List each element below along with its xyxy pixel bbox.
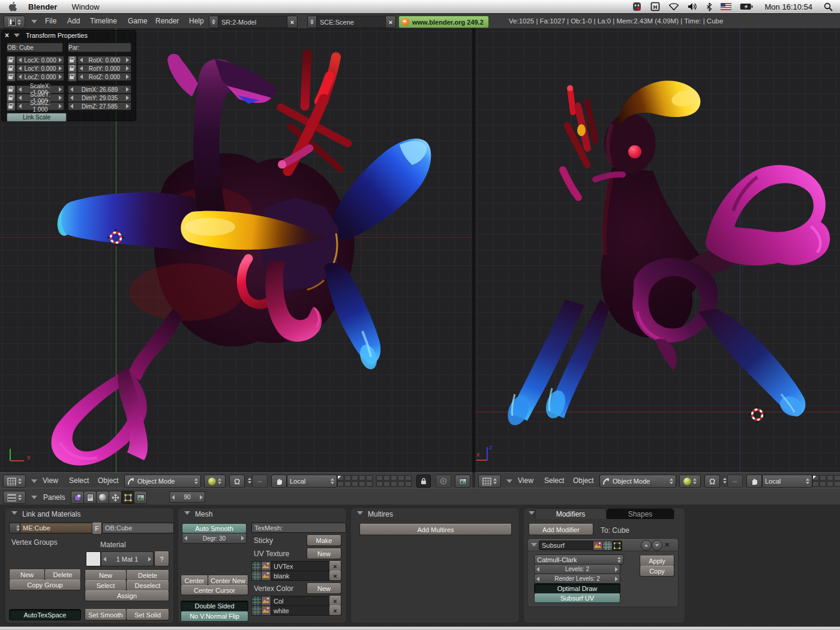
center-button[interactable]: Center — [181, 575, 208, 586]
vcol-delete-icon[interactable]: × — [329, 596, 341, 606]
material-new-button[interactable]: New — [85, 570, 127, 581]
set-smooth-button[interactable]: Set Smooth — [85, 609, 127, 620]
material-select-button[interactable]: Select — [85, 580, 127, 591]
menu-select[interactable]: Select — [544, 476, 564, 485]
collapse-menus-icon[interactable] — [31, 479, 37, 483]
menu-help[interactable]: Help — [189, 17, 204, 25]
add-modifier-button[interactable]: Add Modifier — [529, 524, 593, 535]
vcol-new-button[interactable]: New — [307, 583, 341, 594]
lock-roty-button[interactable] — [68, 64, 77, 73]
manipulator-rotate-button[interactable]: Ω — [704, 475, 720, 488]
texmesh-field[interactable]: TexMesh: — [251, 523, 346, 533]
center-cursor-button[interactable]: Center Cursor — [181, 585, 248, 595]
link-scale-button[interactable]: Link Scale — [7, 113, 67, 122]
proportional-edit-button[interactable] — [436, 475, 451, 488]
uv-delete-icon[interactable]: × — [329, 571, 341, 581]
manipulator-rotate-button[interactable]: Ω — [229, 475, 245, 488]
mode-dropdown[interactable]: Object Mode — [124, 475, 201, 488]
mesh-name-field[interactable]: ME:Cube — [20, 523, 97, 533]
menu-game[interactable]: Game — [128, 17, 148, 25]
mac-window-menu[interactable]: Window — [64, 2, 106, 11]
vcol-delete-icon[interactable]: × — [329, 605, 341, 616]
menu-render[interactable]: Render — [155, 17, 179, 25]
app-status-icon[interactable] — [632, 2, 642, 11]
render-levels-field[interactable]: Render Levels: 2 — [534, 574, 620, 584]
collapse-menus-icon[interactable] — [506, 479, 512, 483]
uv-delete-icon[interactable]: × — [329, 561, 341, 571]
scene-browse-icon[interactable] — [308, 16, 317, 28]
panel-collapse-icon[interactable] — [357, 511, 363, 515]
lock-scalez-button[interactable] — [7, 102, 16, 111]
rotz-field[interactable]: RotZ: 0.000 — [77, 73, 131, 81]
stepper-right-icon[interactable] — [200, 495, 203, 500]
window-bottom-edge[interactable] — [0, 626, 840, 630]
menu-add[interactable]: Add — [67, 17, 80, 25]
menubar-clock[interactable]: Mon 16:10:54 — [757, 2, 820, 11]
menu-view[interactable]: View — [518, 476, 533, 485]
mac-app-menu[interactable]: Blender — [21, 2, 64, 11]
copy-modifier-button[interactable]: Copy — [640, 566, 674, 577]
double-sided-toggle[interactable]: Double Sided — [181, 601, 248, 611]
volume-icon[interactable] — [688, 2, 698, 11]
menu-view[interactable]: View — [43, 476, 58, 485]
menu-timeline[interactable]: Timeline — [90, 17, 117, 25]
locx-field[interactable]: LocX: 0.000 — [16, 56, 64, 64]
vcol-active-render-icon[interactable] — [251, 596, 262, 606]
uv2-render-icon[interactable] — [251, 571, 262, 581]
dimy-field[interactable]: DimY: 29.035 — [68, 94, 131, 102]
editor-type-button[interactable] — [3, 491, 26, 504]
center-new-button[interactable]: Center New — [208, 575, 248, 586]
modifier-delete-icon[interactable]: × — [665, 540, 670, 549]
editor-type-button[interactable] — [3, 475, 26, 488]
bluetooth-icon[interactable] — [706, 2, 712, 11]
screen-browse-icon[interactable] — [209, 16, 218, 28]
panel-collapse-icon[interactable] — [529, 511, 535, 515]
modifier-collapse-icon[interactable] — [531, 543, 537, 547]
collapse-menus-icon[interactable] — [31, 496, 37, 499]
input-language-flag-icon[interactable] — [721, 3, 731, 10]
uv-active-render-icon[interactable] — [251, 561, 262, 571]
panel-collapse-icon[interactable] — [11, 511, 17, 515]
spinner-up-icon[interactable] — [17, 19, 21, 22]
manipulator-hand-button[interactable] — [271, 475, 287, 488]
modifier-editmode-icon[interactable] — [612, 541, 622, 551]
context-script-button[interactable] — [83, 491, 97, 504]
vcol-layer-name[interactable]: Col — [271, 596, 334, 606]
input-menu-icon[interactable]: H — [650, 2, 660, 11]
menu-file[interactable]: File — [45, 17, 56, 25]
layer-buttons-group2[interactable] — [376, 475, 412, 487]
manipulator-translate-button[interactable]: ⇔ — [252, 475, 268, 488]
rotx-field[interactable]: RotX: 0.000 — [77, 56, 131, 64]
apply-modifier-button[interactable]: Apply — [640, 556, 674, 566]
scalez-field[interactable]: ScaleZ: 1.000 — [16, 102, 64, 110]
uv-image-icon[interactable] — [261, 561, 271, 571]
vcol-layer-name[interactable]: white — [271, 605, 334, 616]
modifier-render-icon[interactable] — [593, 541, 603, 551]
lock-scalex-button[interactable] — [7, 85, 16, 94]
draw-type-button[interactable] — [679, 475, 701, 488]
copy-group-button[interactable]: Copy Group — [9, 580, 81, 590]
battery-icon[interactable] — [740, 3, 753, 10]
subsurf-uv-toggle[interactable]: Subsurf UV — [534, 593, 620, 603]
vcol2-render-icon[interactable] — [251, 605, 262, 616]
editor-type-button[interactable] — [4, 16, 25, 28]
apple-icon[interactable] — [8, 2, 17, 11]
context-object-button[interactable] — [109, 491, 122, 504]
stepper-left-icon[interactable] — [172, 495, 175, 500]
optimal-draw-toggle[interactable]: Optimal Draw — [534, 583, 620, 593]
material-color-swatch[interactable] — [86, 551, 101, 566]
autotexspace-toggle[interactable]: AutoTexSpace — [9, 609, 81, 620]
add-multires-button[interactable]: Add Multires — [359, 524, 512, 535]
object-name-field[interactable]: OB:Cube — [102, 523, 174, 533]
lock-locy-button[interactable] — [7, 64, 16, 73]
parent-field[interactable]: Par: — [68, 43, 131, 52]
scene-unlink-button[interactable]: × — [385, 16, 395, 28]
editor-type-button[interactable] — [478, 475, 501, 488]
spotlight-icon[interactable] — [824, 2, 833, 11]
uv-layer-name[interactable]: UVTex — [271, 561, 334, 571]
menu-object[interactable]: Object — [98, 476, 119, 485]
modifier-move-down-button[interactable] — [652, 540, 662, 551]
orientation-dropdown[interactable]: Local — [287, 475, 337, 488]
mode-dropdown[interactable]: Object Mode — [599, 475, 676, 488]
context-shading-button[interactable] — [96, 491, 109, 504]
